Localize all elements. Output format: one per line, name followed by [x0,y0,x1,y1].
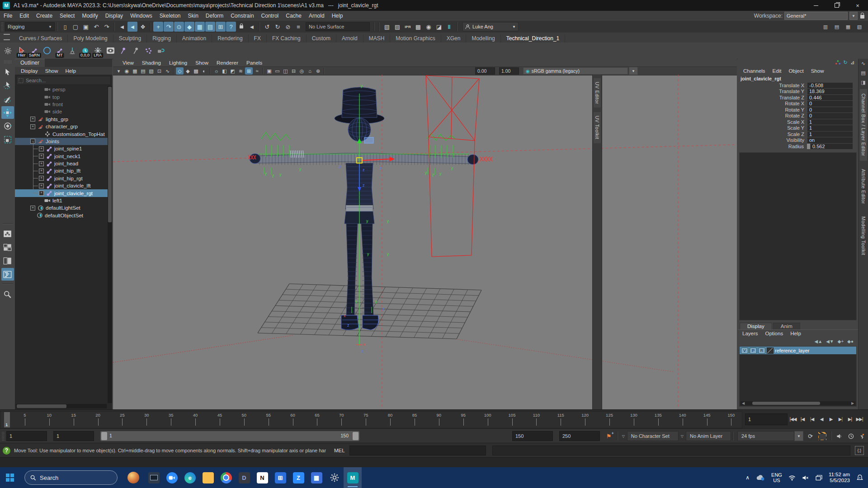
character-set-arrow-icon[interactable]: ▽ [622,434,625,438]
animation-end-field[interactable]: 250 [559,431,600,441]
select-by-hierarchy-icon[interactable]: ◄ [117,22,127,32]
viewport-panel[interactable]: ViewShadingLightingShowRendererPanels ▾◉… [113,59,737,409]
menu-deform[interactable]: Deform [202,13,227,19]
shelf-button-nurbs-circle[interactable] [41,44,53,57]
output-connections-icon[interactable]: ↻ [273,22,283,32]
loop-playback-icon[interactable]: ⟳ [808,433,813,440]
camera-attributes-icon[interactable]: ▦ [131,67,139,75]
outliner-item-lights-grp[interactable]: +lights_grp [15,116,108,123]
mel-command-input[interactable] [349,446,486,455]
outliner-item-defaultlightset[interactable]: +defaultLightSet [15,204,108,211]
taskbar-app-settings[interactable] [326,467,344,488]
snap-together-icon[interactable]: ⊞ [216,22,226,32]
image-plane-icon[interactable]: ▧ [147,67,155,75]
language-indicator[interactable]: ENGUS [771,472,782,483]
menu-set-dropdown[interactable]: Rigging▼ [5,22,55,31]
undo-icon[interactable]: ↶ [91,22,101,32]
split-icon[interactable]: ◨ [861,80,865,85]
make-live-icon[interactable]: ▦ [195,22,205,32]
highlight-selection-icon[interactable]: ◄ [247,22,257,32]
widgets-icon[interactable] [127,472,139,483]
select-by-object-icon[interactable]: ◄ [127,22,137,32]
layer-visible-toggle[interactable]: V [741,347,748,354]
outliner-menu-help[interactable]: Help [62,68,80,74]
shelf-button-local-rotation-axis[interactable]: LRA [91,44,104,57]
current-frame-field[interactable]: 1 [745,413,788,425]
channel-box-menu-channels[interactable]: Channels [740,68,769,74]
four-pane-layout-icon[interactable] [1,241,14,253]
uv-editor-tab[interactable]: UV Editor [594,78,601,108]
menu-skin[interactable]: Skin [184,13,202,19]
attribute-editor-tab[interactable]: Attribute Editor [860,164,867,208]
render-settings-icon[interactable]: ▩ [413,22,423,32]
minimize-button[interactable] [806,0,826,11]
viewport-menu-renderer[interactable]: Renderer [212,60,242,66]
channel-value-field[interactable]: 0.446 [807,95,853,101]
render-current-frame-icon[interactable]: ▨ [392,22,402,32]
step-forward-frame-button[interactable]: ▶| [845,413,854,425]
layer-menu-options[interactable]: Options [762,331,787,336]
gamma-field[interactable]: 1.00 [499,67,519,75]
outliner-item-joints[interactable]: -Joints [15,138,108,145]
channel-value-field[interactable]: 0 [807,101,853,107]
menu-windows[interactable]: Windows [127,13,156,19]
shadows-icon[interactable]: ◧ [221,67,228,75]
menu-control[interactable]: Control [258,13,283,19]
viewport-menu-shading[interactable]: Shading [138,60,165,66]
shelf-button-eye-display[interactable] [104,44,117,57]
outliner-item-persp[interactable]: persp [15,86,108,93]
lock-selection-icon[interactable] [236,22,246,32]
menu-constrain[interactable]: Constrain [227,13,257,19]
wifi-icon[interactable] [788,475,796,481]
script-editor-icon[interactable]: {;} [855,446,864,455]
taskbar-app-discord[interactable]: D [235,467,253,488]
taskbar-clock[interactable]: 11:52 am5/5/2023 [829,472,850,483]
taskbar-app-camera-app[interactable] [163,467,181,488]
expand-toggle-icon[interactable]: + [30,206,35,211]
channel-value-field[interactable]: -0.508 [807,83,853,89]
open-render-view-icon[interactable]: ▧ [382,22,392,32]
toggle-tool-settings-icon[interactable]: ▤ [832,22,842,32]
resolution-gate-icon[interactable]: ▭ [274,67,281,75]
outliner-item-joint-hip-lft[interactable]: +joint_hip_lft [15,167,108,174]
toggle-attribute-editor-icon[interactable]: ▦ [843,22,853,32]
shelf-button-cluster[interactable] [142,44,155,57]
shelf-tab-xgen[interactable]: XGen [441,34,467,42]
motion-blur-icon[interactable]: ≋ [237,67,245,75]
expand-toggle-icon[interactable]: + [39,183,44,188]
shelf-tab-poly-modeling[interactable]: Poly Modeling [68,34,113,42]
snap-to-curve-icon[interactable]: ↷ [164,22,174,32]
channel-value-field[interactable]: 1 [807,119,853,125]
viewport-menu-panels[interactable]: Panels [242,60,266,66]
shelf-tab-animation[interactable]: Animation [177,34,212,42]
taskbar-app-file-explorer[interactable] [199,467,217,488]
layer-color-swatch[interactable] [767,347,774,354]
timeline-ruler[interactable]: 1 51015202530354045505560657075808590951… [0,411,742,428]
xray-icon[interactable]: ◎ [298,67,306,75]
pose-icon[interactable]: ∿ [861,61,865,66]
range-slider-left-handle[interactable] [101,432,107,440]
outliner-menu-display[interactable]: Display [18,68,41,74]
zoom-tool-icon[interactable] [1,288,14,300]
outliner-search-input[interactable]: Search... [16,76,111,85]
menu-skeleton[interactable]: Skeleton [156,13,184,19]
multisample-icon[interactable]: ⊞ [245,67,253,75]
expand-toggle-icon[interactable]: + [39,191,44,196]
viewport-menu-show[interactable]: Show [191,60,212,66]
outliner-item-front[interactable]: front [15,101,108,108]
snap-to-projected-center-icon[interactable]: ◆ [184,22,194,32]
channel-box-menu-show[interactable]: Show [807,68,828,74]
channel-value-field[interactable]: 0 [807,113,853,119]
scale-tool-icon[interactable] [1,133,14,146]
menu-display[interactable]: Display [102,13,127,19]
split-pane-layout-icon[interactable] [1,254,14,267]
open-scene-icon[interactable]: ▢ [71,22,80,32]
expand-toggle-icon[interactable]: + [39,161,44,166]
outliner-item-joint-clavicle-lft[interactable]: +joint_clavicle_lft [15,182,108,189]
play-forwards-button[interactable]: ▶ [826,413,835,425]
construction-history-icon[interactable]: ⊘ [283,22,293,32]
expand-toggle-icon[interactable]: + [39,169,44,174]
step-back-frame-button[interactable]: |◀ [798,413,807,425]
new-empty-layer-icon[interactable]: ◆+ [838,339,844,344]
radius-slider-handle[interactable] [807,144,810,150]
